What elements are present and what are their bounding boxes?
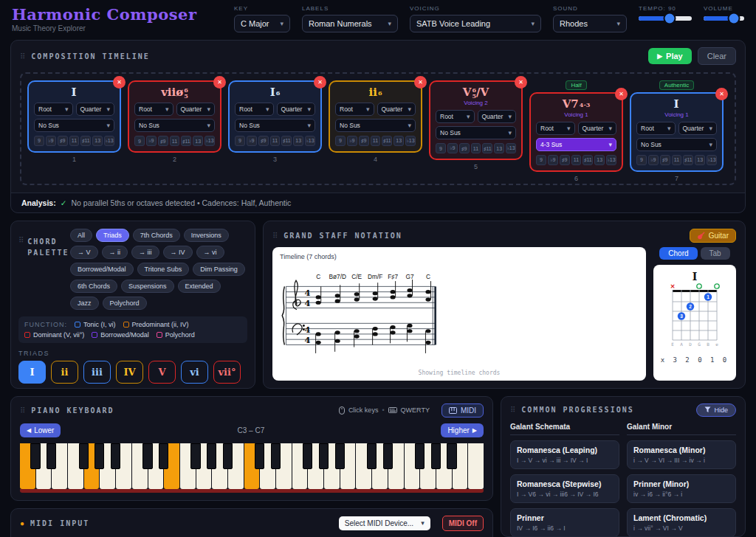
chord-inversion-select[interactable]: Root▾ (536, 122, 575, 135)
extension-toggle-button[interactable]: 11 (471, 143, 481, 153)
extension-toggle-button[interactable]: 13 (494, 143, 504, 153)
chord-inversion-select[interactable]: Root▾ (335, 103, 374, 116)
extension-toggle-button[interactable]: ♯9 (158, 136, 168, 146)
remove-chord-button[interactable]: ✕ (414, 76, 427, 89)
remove-chord-button[interactable]: ✕ (113, 76, 126, 89)
extension-toggle-button[interactable]: ♭13 (606, 155, 616, 165)
filter-chip[interactable]: Polychord (103, 297, 147, 310)
chord-duration-select[interactable]: Quarter▾ (377, 103, 416, 116)
extension-toggle-button[interactable]: 11 (672, 155, 682, 165)
chord-inversion-select[interactable]: Root▾ (34, 103, 73, 116)
chord-card[interactable]: ✕ I Root▾ Quarter▾ (27, 80, 121, 153)
chord-sus-select[interactable]: 4-3 Sus▾ (536, 138, 616, 151)
tempo-slider[interactable] (639, 16, 692, 21)
piano-black-key[interactable] (335, 443, 345, 470)
chord-card[interactable]: ✕ V65/V Voicing 2 Root▾ Quarter▾ (429, 80, 523, 160)
chord-card[interactable]: ✕ I Voicing 1 Root▾ Quarter▾ (630, 92, 724, 172)
piano-white-key[interactable] (180, 443, 196, 489)
diagram-tab[interactable]: Chord (659, 247, 697, 260)
extension-toggle-button[interactable]: 9 (536, 155, 546, 165)
progression-item[interactable]: Romanesca (Leaping) I → V → vi → iii → I… (510, 440, 619, 469)
extension-toggle-button[interactable]: ♭13 (707, 155, 717, 165)
extension-toggle-button[interactable]: ♯11 (181, 136, 191, 146)
extension-toggle-button[interactable]: ♭9 (247, 136, 257, 146)
progression-item[interactable]: Prinner (Minor) iv → i6 → ii°6 → i (627, 474, 736, 503)
remove-chord-button[interactable]: ✕ (715, 88, 728, 100)
extension-toggle-button[interactable]: ♭13 (305, 136, 315, 146)
extension-toggle-button[interactable]: ♯11 (382, 136, 392, 146)
extension-toggle-button[interactable]: ♯11 (583, 155, 593, 165)
filter-chip[interactable]: Suspensions (121, 280, 174, 293)
triad-chord-button[interactable]: I (18, 361, 46, 384)
diagram-tab[interactable]: Tab (701, 247, 730, 260)
extension-toggle-button[interactable]: ♯11 (482, 143, 492, 153)
extension-toggle-button[interactable]: 11 (69, 136, 80, 146)
extension-toggle-button[interactable]: ♯9 (58, 136, 68, 146)
chord-duration-select[interactable]: Quarter▾ (176, 103, 216, 116)
chord-sus-select[interactable]: No Sus▾ (436, 126, 516, 139)
extension-toggle-button[interactable]: 11 (270, 136, 281, 146)
piano-white-key[interactable] (356, 443, 371, 489)
chord-duration-select[interactable]: Quarter▾ (578, 122, 617, 135)
filter-chip[interactable]: 7th Chords (133, 229, 180, 242)
extension-toggle-button[interactable]: ♭13 (405, 136, 416, 146)
chord-inversion-select[interactable]: Root▾ (636, 122, 676, 135)
chord-sus-select[interactable]: No Sus▾ (235, 119, 315, 132)
header-select[interactable]: SATB Voice Leading ▾ (410, 15, 541, 32)
piano-black-key[interactable] (207, 443, 216, 470)
extension-toggle-button[interactable]: ♯9 (560, 155, 570, 165)
octave-lower-button[interactable]: ◀ Lower (20, 423, 61, 437)
extension-toggle-button[interactable]: ♯11 (281, 136, 292, 146)
remove-chord-button[interactable]: ✕ (213, 76, 226, 89)
extension-toggle-button[interactable]: 13 (594, 155, 605, 165)
extension-toggle-button[interactable]: 13 (695, 155, 705, 165)
piano-white-key[interactable] (20, 443, 35, 489)
piano-white-key[interactable] (468, 443, 484, 489)
extension-toggle-button[interactable]: 11 (571, 155, 582, 165)
hide-progressions-button[interactable]: Hide (696, 403, 736, 417)
remove-chord-button[interactable]: ✕ (615, 88, 628, 100)
extension-toggle-button[interactable]: 11 (170, 136, 180, 146)
extension-toggle-button[interactable]: 9 (335, 136, 346, 146)
piano-white-key[interactable] (132, 443, 148, 489)
extension-toggle-button[interactable]: ♭13 (104, 136, 114, 146)
piano-black-key[interactable] (303, 443, 312, 470)
remove-chord-button[interactable]: ✕ (314, 76, 326, 89)
piano-white-key[interactable] (68, 443, 83, 489)
triad-chord-button[interactable]: iii (83, 361, 111, 384)
header-select[interactable]: Rhodes ▾ (553, 15, 627, 32)
filter-chip[interactable]: All (70, 229, 92, 242)
filter-chip[interactable]: Tritone Subs (137, 263, 190, 276)
progression-item[interactable]: Romanesca (Minor) i → V → VI → III → iv … (627, 440, 736, 469)
triad-chord-button[interactable]: ii (51, 361, 78, 384)
triad-chord-button[interactable]: IV (116, 361, 143, 384)
filter-chip[interactable]: Inversions (184, 229, 229, 242)
volume-slider[interactable] (704, 16, 744, 21)
piano-black-key[interactable] (223, 443, 233, 470)
extension-toggle-button[interactable]: ♯9 (459, 143, 470, 153)
extension-toggle-button[interactable]: ♭9 (648, 155, 659, 165)
piano-black-key[interactable] (30, 443, 40, 470)
chord-inversion-select[interactable]: Root▾ (436, 110, 475, 123)
extension-toggle-button[interactable]: ♯9 (660, 155, 670, 165)
remove-chord-button[interactable]: ✕ (515, 76, 527, 89)
progression-item[interactable]: Romanesca (Stepwise) I → V6 → vi → iii6 … (510, 474, 619, 503)
chord-sus-select[interactable]: No Sus▾ (34, 119, 114, 132)
extension-toggle-button[interactable]: ♭9 (347, 136, 357, 146)
extension-toggle-button[interactable]: ♭13 (205, 136, 215, 146)
extension-toggle-button[interactable]: 9 (235, 136, 245, 146)
piano-black-key[interactable] (255, 443, 264, 470)
chord-duration-select[interactable]: Quarter▾ (277, 103, 316, 116)
chord-inversion-select[interactable]: Root▾ (235, 103, 274, 116)
filter-chip[interactable]: Dim Passing (193, 263, 245, 276)
piano-black-key[interactable] (271, 443, 281, 470)
extension-toggle-button[interactable]: 9 (636, 155, 647, 165)
tempo-slider-thumb[interactable] (664, 14, 674, 24)
extension-toggle-button[interactable]: ♯11 (80, 136, 91, 146)
header-select[interactable]: C Major ▾ (234, 15, 290, 32)
chord-card[interactable]: ✕ viiø65 Root▾ Quarter▾ (128, 80, 221, 153)
filter-chip[interactable]: → ii (102, 246, 128, 259)
extension-toggle-button[interactable]: ♭13 (506, 143, 516, 153)
piano-black-key[interactable] (79, 443, 89, 470)
piano-black-key[interactable] (383, 443, 393, 470)
